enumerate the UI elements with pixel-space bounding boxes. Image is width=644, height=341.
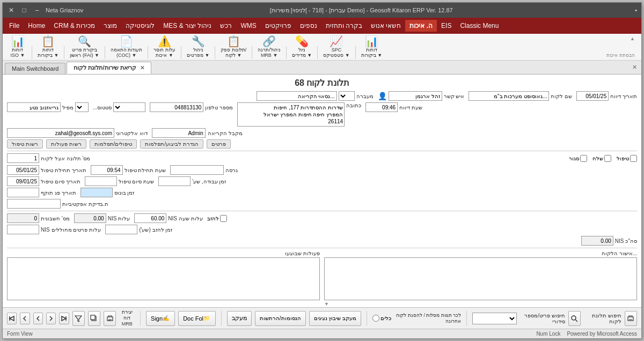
close-button[interactable]: ✕ bbox=[7, 6, 16, 14]
sager-checkbox-label[interactable]: סגור bbox=[569, 155, 587, 162]
lahzov-checkbox-label[interactable]: להזב bbox=[207, 215, 227, 222]
menu-home[interactable]: Home bbox=[24, 20, 49, 32]
search-complaint-btn[interactable] bbox=[568, 311, 581, 326]
ribbon-dochot-iso[interactable]: 📊 דוחותISO ▼ bbox=[7, 35, 28, 59]
ribbon-teudot[interactable]: 📄 תעודות התאמה(COC) ▼ bbox=[108, 35, 145, 59]
total-input[interactable] bbox=[581, 236, 613, 246]
shlah-checkbox-label[interactable]: שלח bbox=[592, 155, 611, 162]
sager-checkbox[interactable] bbox=[580, 155, 587, 162]
menu-wms[interactable]: WMS bbox=[236, 20, 260, 32]
mafil-input[interactable] bbox=[7, 102, 61, 112]
tipulim-btn[interactable]: טיפולים/תפלמות bbox=[90, 139, 137, 149]
status-form-view: Form View bbox=[7, 331, 33, 337]
maximize-button[interactable]: □ bbox=[20, 6, 28, 14]
tipul-checkbox-label[interactable]: טיפול bbox=[617, 155, 637, 162]
zman-lahzov-input[interactable] bbox=[105, 225, 137, 234]
alut-pratim-input[interactable] bbox=[7, 225, 39, 234]
menu-motzar[interactable]: מוצר bbox=[99, 20, 121, 32]
sign-btn[interactable]: Sign ✍ bbox=[146, 311, 175, 326]
sha-divuah-input[interactable] bbox=[365, 102, 398, 112]
ribbon-alut[interactable]: ⚠️ עלות חוסראיכות ▼ bbox=[151, 35, 178, 59]
tarikh-siyum-tipul-input[interactable] bbox=[7, 176, 39, 186]
mas-heshbonit-input[interactable] bbox=[7, 213, 39, 223]
bdika-applikativit-input[interactable] bbox=[7, 199, 61, 209]
nav-prev-btn[interactable] bbox=[20, 313, 30, 324]
radio-kulam-label[interactable]: כלים bbox=[372, 315, 391, 322]
doc-fol-btn[interactable]: Doc Fol 📁 bbox=[178, 311, 216, 326]
alut-input[interactable] bbox=[74, 213, 106, 223]
maakav-shivutz-btn[interactable]: מעקב שיבוץ נציגים bbox=[309, 311, 362, 326]
ribbon-dochot-bkurot2[interactable]: 📊 דוחותביקורות ▼ bbox=[359, 35, 384, 59]
mispar-telefon-input[interactable] bbox=[150, 102, 203, 112]
mispar-tluna-input[interactable] bbox=[7, 153, 39, 163]
nav-next-btn[interactable] bbox=[46, 313, 56, 324]
ribbon-dochot-bkurot[interactable]: 📋 דוחותביקורות ▼ bbox=[35, 35, 61, 59]
svg-rect-5 bbox=[628, 317, 633, 321]
tipul-checkbox[interactable] bbox=[630, 155, 637, 162]
menu-classic[interactable]: Classic Menu bbox=[456, 20, 503, 32]
tarikh-divuah-input[interactable] bbox=[576, 91, 609, 101]
mafil-select[interactable] bbox=[75, 102, 89, 112]
alut-sha-input[interactable] bbox=[134, 213, 166, 223]
sha-siyum-tipul-input[interactable] bbox=[85, 176, 117, 186]
status-select[interactable] bbox=[113, 102, 145, 112]
nasim-btn[interactable]: הנסומות/הרתשות bbox=[255, 311, 306, 326]
menu-bakara[interactable]: בקרה ותחזית bbox=[321, 20, 367, 32]
tarikh-tchilat-tipul-input[interactable] bbox=[7, 165, 39, 175]
filter-btn[interactable] bbox=[72, 311, 85, 326]
maakav-btn[interactable]: מעקב bbox=[227, 311, 252, 326]
ribbon-nihul-mifratim[interactable]: 🔧 ניהולמפרטים ▼ bbox=[185, 35, 211, 59]
ribbon-nihul-mrb[interactable]: 🔗 ניהול/תרגהMRB ▼ bbox=[255, 35, 283, 59]
menu-file[interactable]: File bbox=[5, 20, 24, 32]
ribbon-tlunot[interactable]: 📋 תלונות ספק/לקוח ▼ bbox=[218, 35, 248, 59]
zman-bonus-input[interactable] bbox=[80, 188, 113, 197]
scroll-arrow-ishur: ▼ bbox=[324, 301, 637, 307]
ish-kesher-input[interactable] bbox=[389, 91, 442, 101]
tab-main-switchboard[interactable]: Main Switchboard bbox=[5, 63, 65, 74]
nav-first-btn[interactable] bbox=[7, 313, 17, 324]
shem-lekuah-input[interactable] bbox=[469, 91, 549, 101]
mekabel-kriaa-input[interactable] bbox=[152, 128, 206, 138]
reshut-peulot-btn[interactable]: רשות פעולות bbox=[46, 139, 86, 149]
tarikh-pag-hukki-input[interactable] bbox=[7, 188, 39, 197]
reshut-tipul-btn[interactable]: רשות טיפול bbox=[7, 139, 43, 149]
menu-nesapim[interactable]: נספים bbox=[296, 20, 321, 32]
peulot-shabtuz-textarea[interactable] bbox=[7, 257, 320, 300]
tab-complaint[interactable]: קריאת שירות/תלונת לקוח ✕ bbox=[67, 62, 151, 74]
hasper-prit-select[interactable] bbox=[472, 313, 517, 324]
garsa-input[interactable] bbox=[170, 165, 224, 175]
radio-kulam[interactable] bbox=[372, 315, 379, 322]
print-right-btn[interactable] bbox=[625, 311, 637, 326]
tarat-livua-btn[interactable]: הגדרת לביצוע/תפלמות bbox=[140, 139, 203, 149]
sha-tchilat-tipul-input[interactable] bbox=[91, 165, 123, 175]
nav-back-btn[interactable] bbox=[33, 313, 43, 324]
copy-btn[interactable] bbox=[88, 311, 100, 326]
ribbon-bkurot-prit[interactable]: 🔍 ביקורת פריטראשון (FAI) ▼ bbox=[68, 35, 101, 59]
print-btn[interactable] bbox=[104, 311, 116, 326]
menu-manpower[interactable]: חשאי אנוש bbox=[367, 20, 405, 32]
maavar-select[interactable] bbox=[339, 91, 355, 101]
menu-eis[interactable]: EIS bbox=[437, 20, 456, 32]
minimize-button[interactable]: – bbox=[33, 6, 41, 14]
tarikh-pag-hukki-label: תאריך פג תוקף bbox=[41, 190, 76, 196]
zman-avoda-input[interactable] bbox=[158, 176, 191, 186]
ribbon-niyol[interactable]: 💊 ניולמדידים ▼ bbox=[290, 35, 314, 59]
ribbon-expand[interactable]: ▲ bbox=[628, 35, 637, 42]
shlah-checkbox[interactable] bbox=[604, 155, 611, 162]
tab-close-btn[interactable]: ✕ bbox=[140, 65, 144, 71]
tab-bar-close[interactable]: ✕ bbox=[630, 62, 639, 73]
menu-rechesh[interactable]: רכש bbox=[216, 20, 236, 32]
ribbon-spc[interactable]: 📈 SPCסטסטיקס ▼ bbox=[321, 35, 352, 59]
pratim-btn[interactable]: פרטים bbox=[207, 139, 231, 149]
lahzov-checkbox[interactable] bbox=[220, 215, 227, 222]
menu-logistika[interactable]: לוגיסטיקה bbox=[121, 20, 159, 32]
doa-electroni-input[interactable] bbox=[7, 128, 114, 138]
nav-last-btn[interactable] bbox=[59, 313, 69, 324]
maavar-input[interactable] bbox=[257, 91, 337, 101]
menu-crm[interactable]: CRM & מכירות bbox=[49, 20, 99, 32]
menu-projects[interactable]: פרויקטים bbox=[261, 20, 296, 32]
menu-mes[interactable]: MES & ניהול יצור bbox=[159, 20, 216, 32]
ish-kesher-icon[interactable]: 👤 bbox=[378, 92, 387, 100]
ishur-lekuah-textarea[interactable] bbox=[324, 257, 637, 300]
menu-quality[interactable]: ה. איכות bbox=[405, 20, 437, 32]
